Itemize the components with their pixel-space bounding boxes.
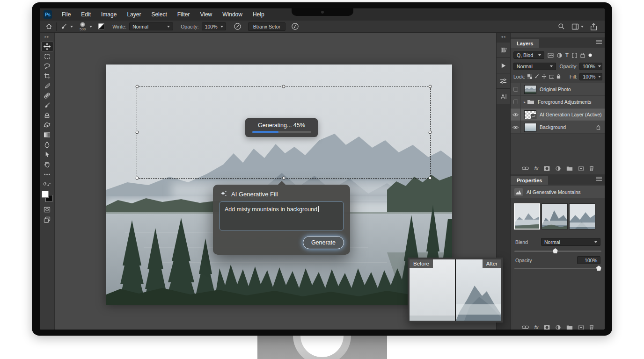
adjustments-panel-icon[interactable] [497,73,511,89]
gradient-tool[interactable] [41,130,53,140]
visibility-toggle[interactable] [511,83,521,96]
screen-mode-icon[interactable] [41,215,53,224]
visibility-toggle[interactable] [511,96,521,108]
lasso-tool[interactable] [41,61,53,71]
chevron-down-icon[interactable] [89,26,92,28]
chevron-down-icon[interactable] [581,26,584,28]
new-adjustment-icon[interactable] [556,325,561,330]
hand-tool[interactable] [41,159,53,169]
crop-tool[interactable] [41,71,53,81]
menu-image[interactable]: Image [96,8,122,21]
delete-layer-icon[interactable] [589,165,594,171]
new-layer-icon[interactable] [578,325,584,330]
home-icon[interactable] [45,23,52,30]
more-tools[interactable] [41,169,53,179]
filter-type-icon[interactable]: T [565,52,569,58]
visibility-toggle[interactable] [511,121,521,134]
filter-shape-icon[interactable] [572,53,577,58]
variation-thumb-2[interactable] [542,203,568,230]
link-layers-icon[interactable] [522,325,529,329]
lock-pixels-icon[interactable] [534,74,539,79]
delete-layer-icon[interactable] [589,324,594,330]
airbrush-icon[interactable] [234,22,242,30]
expand-arrow-icon[interactable]: ▸ [524,100,526,104]
fill-select[interactable]: 100% [579,73,602,80]
libraries-panel-icon[interactable] [497,43,511,58]
tab-layers[interactable]: Layers [511,39,539,48]
properties-opacity-value[interactable]: 100% [577,256,600,264]
chevron-down-icon[interactable] [70,26,73,28]
new-adjustment-icon[interactable] [556,166,561,171]
layer-thumbnail[interactable] [524,123,536,132]
marquee-tool[interactable] [41,51,53,61]
share-icon[interactable] [590,23,597,30]
layer-effects-icon[interactable]: fx [534,324,539,330]
layer-row-original-photo[interactable]: Original Photo [511,83,605,96]
blend-slider[interactable] [514,251,601,252]
menu-help[interactable]: Help [248,8,270,21]
filter-adjustment-icon[interactable] [557,53,562,58]
color-swatches[interactable] [41,191,53,203]
layer-effects-icon[interactable]: fx [534,165,539,171]
foreground-color[interactable] [42,191,49,198]
clone-stamp-tool[interactable] [41,110,53,120]
filter-dot[interactable] [588,53,592,57]
actions-panel-icon[interactable] [497,58,511,73]
lock-position-icon[interactable] [542,74,547,79]
lock-artboard-icon[interactable] [549,74,554,79]
filter-smart-icon[interactable] [580,52,585,58]
menu-select[interactable]: Select [146,8,172,21]
layer-row-ai-generation[interactable]: AI Generation Layer (Active) [511,108,605,121]
blend-mode-select[interactable]: Normal [513,63,556,70]
menu-window[interactable]: Window [217,8,248,21]
layer-row-foreground-adjustments[interactable]: ▸ Foreground Adjustments [511,96,605,108]
add-mask-icon[interactable] [544,325,550,330]
lock-all-icon[interactable] [556,74,561,79]
lock-transparency-icon[interactable] [527,74,532,79]
new-group-icon[interactable] [566,325,573,330]
menu-filter[interactable]: Filter [172,8,195,21]
selection-handle[interactable] [429,177,432,180]
quick-mask-icon[interactable] [41,205,53,215]
layer-thumbnail[interactable] [524,85,536,94]
eraser-tool[interactable] [41,120,53,130]
visibility-toggle[interactable] [511,108,521,121]
selection-handle[interactable] [429,131,432,134]
variation-thumb-3[interactable] [569,203,595,230]
selection-handle[interactable] [136,85,139,88]
generate-button[interactable]: Generate [303,236,344,249]
selection-handle[interactable] [136,177,139,180]
opacity-select[interactable]: 100% [202,22,226,30]
layers-opacity-select[interactable]: 100% [579,63,602,70]
path-select-tool[interactable] [41,150,53,159]
move-tool[interactable] [41,42,53,51]
opacity-slider[interactable] [514,268,601,269]
opacity-slider-thumb[interactable] [596,266,601,271]
layer-row-background[interactable]: Background [511,121,605,134]
menu-layer[interactable]: Layer [122,8,146,21]
collapse-chevrons-icon[interactable]: ▸▸ [44,35,49,39]
new-layer-icon[interactable] [578,166,584,171]
type-panel-icon[interactable] [497,89,511,104]
selection-handle[interactable] [282,177,285,180]
brush-preview[interactable]: 500 [80,22,86,31]
panel-menu-icon[interactable] [596,177,602,181]
menu-edit[interactable]: Edit [76,8,96,21]
filter-pixel-icon[interactable] [548,53,554,58]
brush-tool[interactable] [41,101,53,110]
search-icon[interactable] [558,23,565,30]
new-group-icon[interactable] [566,166,573,171]
selection-handle[interactable] [282,85,285,88]
healing-brush-tool[interactable] [41,91,53,101]
add-mask-icon[interactable] [544,166,550,171]
menu-file[interactable]: File [57,8,76,21]
menu-view[interactable]: View [195,8,217,21]
workspace-icon[interactable] [571,23,579,30]
blend-slider-thumb[interactable] [553,248,558,253]
selection-handle[interactable] [429,85,432,88]
properties-blend-select[interactable]: Normal [541,238,600,246]
panel-menu-icon[interactable] [596,40,602,44]
variation-thumb-1[interactable] [514,203,540,230]
selection-handle[interactable] [136,131,139,134]
link-layers-icon[interactable] [522,166,529,170]
